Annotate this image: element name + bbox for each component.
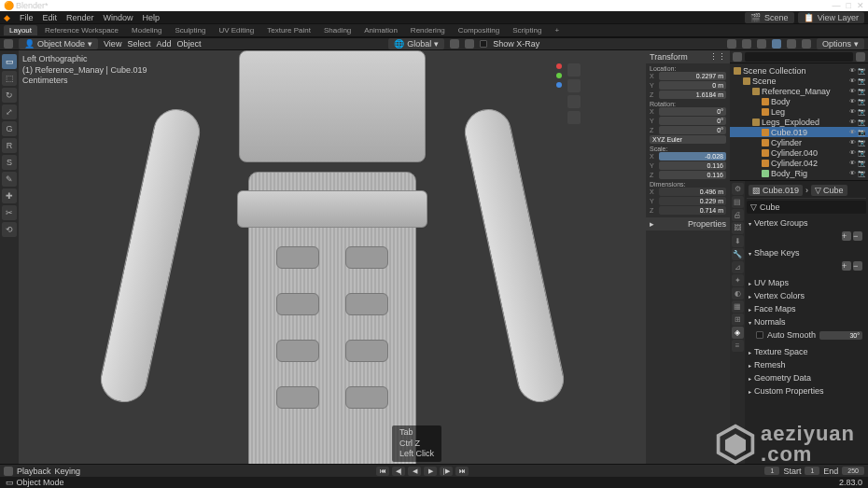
- vg-remove-icon[interactable]: −: [853, 231, 862, 241]
- auto-smooth-checkbox[interactable]: [756, 331, 763, 339]
- axis-y-icon[interactable]: [556, 73, 562, 78]
- keyframe-next-button[interactable]: |▶: [440, 467, 453, 476]
- rotation-x[interactable]: 0°: [659, 107, 726, 116]
- panel-vertex-colors[interactable]: ▸Vertex Colors: [747, 289, 866, 302]
- viewport-menu-object[interactable]: Object: [176, 39, 201, 49]
- timeline-keying-label[interactable]: Keying: [55, 467, 81, 476]
- perspective-icon[interactable]: [567, 111, 581, 124]
- tool-addcube[interactable]: ✚: [2, 188, 17, 203]
- menu-window[interactable]: Window: [104, 13, 133, 22]
- tool-extra1[interactable]: ✂: [2, 205, 17, 220]
- workspace-tab-rendering[interactable]: Rendering: [405, 25, 451, 35]
- window-minimize-button[interactable]: —: [833, 1, 841, 10]
- scene-selector[interactable]: 🎬Scene: [745, 12, 794, 23]
- panel-geometry-data[interactable]: ▸Geometry Data: [747, 371, 866, 384]
- prop-tab-2[interactable]: 🖨: [732, 209, 744, 221]
- workspace-tab-scripting[interactable]: Scripting: [507, 25, 547, 35]
- jump-end-button[interactable]: ⏭: [455, 467, 469, 476]
- render-icon[interactable]: 📷: [858, 129, 866, 136]
- pan-icon[interactable]: [567, 79, 581, 92]
- eye-icon[interactable]: 👁: [849, 108, 856, 116]
- outliner-row-2[interactable]: Reference_Manay👁📷: [730, 86, 868, 96]
- viewport-menu-view[interactable]: View: [104, 39, 121, 49]
- panel-uv-maps[interactable]: ▸UV Maps: [747, 276, 866, 289]
- zoom-icon[interactable]: [567, 63, 581, 77]
- viewport-3d[interactable]: Left Orthographic (1) Reference_Manay | …: [19, 50, 646, 464]
- prop-tab-1[interactable]: ▤: [732, 196, 744, 208]
- eye-icon[interactable]: 👁: [849, 170, 856, 177]
- xray-icon[interactable]: [742, 39, 751, 49]
- workspace-tab-uvediting[interactable]: UV Editing: [213, 25, 259, 35]
- panel-remesh[interactable]: ▸Remesh: [747, 358, 866, 371]
- vg-add-icon[interactable]: +: [842, 231, 851, 241]
- panel-shape-keys[interactable]: ▾Shape Keys: [747, 246, 866, 259]
- shading-rendered-icon[interactable]: [802, 39, 811, 49]
- keyframe-prev-button[interactable]: ◀|: [392, 467, 405, 476]
- window-maximize-button[interactable]: □: [847, 1, 851, 10]
- play-reverse-button[interactable]: ◀: [408, 467, 421, 476]
- render-icon[interactable]: 📷: [858, 139, 866, 146]
- outliner-row-4[interactable]: Leg👁📷: [730, 106, 868, 117]
- eye-icon[interactable]: 👁: [849, 98, 856, 105]
- prop-tab-8[interactable]: ◐: [732, 287, 744, 300]
- tool-cursor[interactable]: ⬚: [2, 71, 17, 86]
- prop-tab-4[interactable]: ⬇: [732, 235, 744, 247]
- workspace-tab-add[interactable]: +: [549, 25, 565, 35]
- tool-measure[interactable]: ✎: [2, 172, 17, 187]
- eye-icon[interactable]: 👁: [849, 149, 856, 157]
- mesh-name-field[interactable]: ▽Cube: [747, 201, 866, 214]
- tool-annotate[interactable]: S: [2, 155, 17, 170]
- viewport-menu-add[interactable]: Add: [156, 39, 171, 49]
- menu-file[interactable]: File: [20, 13, 34, 22]
- outliner-row-1[interactable]: Scene👁📷: [730, 76, 868, 86]
- prop-tab-9[interactable]: ▦: [732, 300, 744, 313]
- snap-icon[interactable]: [450, 39, 459, 49]
- prop-tab-0[interactable]: ⚙: [732, 183, 744, 195]
- viewlayer-selector[interactable]: 📋View Layer: [798, 12, 864, 23]
- mode-selector[interactable]: 👤Object Mode▾: [19, 38, 98, 49]
- panel-normals[interactable]: ▾Normals: [747, 315, 866, 328]
- workspace-tab-shading[interactable]: Shading: [318, 25, 357, 35]
- tool-transform[interactable]: R: [2, 138, 17, 153]
- eye-icon[interactable]: 👁: [849, 129, 856, 136]
- scale-x[interactable]: -0.028: [659, 152, 726, 160]
- outliner-row-7[interactable]: Cylinder👁📷: [730, 137, 868, 147]
- scale-y[interactable]: 0.116: [659, 161, 726, 170]
- outliner-row-10[interactable]: Body_Rig👁📷: [730, 168, 868, 178]
- axis-z-icon[interactable]: [556, 82, 562, 88]
- workspace-tab-layout[interactable]: Layout: [4, 25, 37, 35]
- show-xray-checkbox[interactable]: [480, 40, 487, 48]
- outliner-row-0[interactable]: Scene Collection👁📷: [730, 65, 868, 76]
- tool-extra2[interactable]: ⟲: [2, 222, 17, 237]
- play-button[interactable]: ▶: [424, 467, 437, 476]
- eye-icon[interactable]: 👁: [849, 160, 856, 167]
- render-icon[interactable]: 📷: [858, 98, 866, 105]
- overlay-icon[interactable]: [727, 39, 736, 49]
- tool-scale[interactable]: G: [2, 121, 17, 136]
- render-icon[interactable]: 📷: [858, 88, 866, 95]
- render-icon[interactable]: 📷: [858, 67, 866, 75]
- sk-remove-icon[interactable]: −: [853, 261, 862, 271]
- crumb-data[interactable]: ▽Cube: [811, 185, 847, 196]
- eye-icon[interactable]: 👁: [849, 119, 856, 126]
- tool-select-box[interactable]: ▭: [2, 54, 17, 69]
- shading-solid-icon[interactable]: [772, 39, 781, 49]
- outliner-row-9[interactable]: Cylinder.042👁📷: [730, 158, 868, 168]
- outliner-row-6[interactable]: Cube.019👁📷: [730, 127, 868, 137]
- editor-type-icon[interactable]: [4, 39, 13, 49]
- rotation-mode[interactable]: XYZ Euler: [650, 135, 726, 144]
- tool-move[interactable]: ↻: [2, 88, 17, 103]
- location-z[interactable]: 1.6184 m: [659, 91, 726, 99]
- workspace-tab-animation[interactable]: Animation: [358, 25, 403, 35]
- menu-help[interactable]: Help: [143, 13, 161, 22]
- timeline-editor-icon[interactable]: [4, 467, 13, 476]
- workspace-tab-sculpting[interactable]: Sculpting: [170, 25, 212, 35]
- auto-smooth-angle[interactable]: 30°: [819, 331, 862, 340]
- crumb-object[interactable]: ▧Cube.019: [749, 185, 803, 196]
- workspace-tab-compositing[interactable]: Compositing: [453, 25, 505, 35]
- frame-start[interactable]: 1: [805, 467, 819, 475]
- scale-z[interactable]: 0.116: [659, 171, 726, 179]
- outliner-row-8[interactable]: Cylinder.040👁📷: [730, 147, 868, 158]
- outliner-filter-icon[interactable]: [856, 52, 865, 62]
- render-icon[interactable]: 📷: [858, 170, 866, 177]
